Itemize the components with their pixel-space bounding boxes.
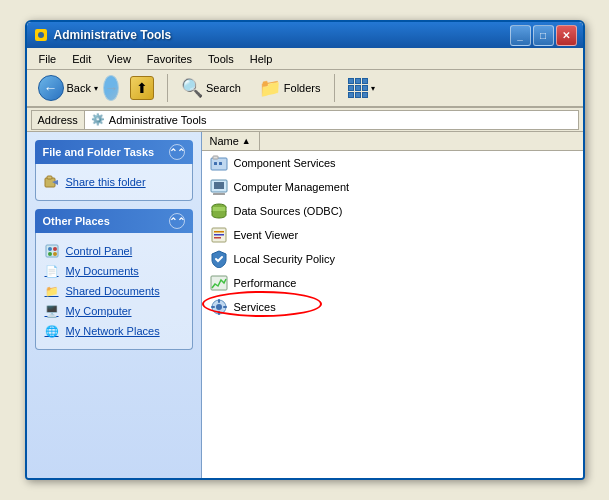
control-panel-link[interactable]: Control Panel <box>44 241 184 261</box>
local-security-icon <box>210 250 228 268</box>
file-folder-tasks-section: File and Folder Tasks ⌃⌃ Share this fold… <box>35 140 193 201</box>
file-item-data-sources[interactable]: Data Sources (ODBC) <box>202 199 583 223</box>
svg-rect-15 <box>214 182 224 189</box>
share-folder-link[interactable]: Share this folder <box>44 172 184 192</box>
svg-rect-19 <box>214 234 224 236</box>
computer-management-label: Computer Management <box>234 181 350 193</box>
search-label: Search <box>206 82 241 94</box>
file-folder-tasks-label: File and Folder Tasks <box>43 146 155 158</box>
file-item-services[interactable]: Services <box>202 295 583 319</box>
svg-rect-11 <box>214 162 217 165</box>
address-field[interactable]: ⚙️ Administrative Tools <box>84 110 579 130</box>
folders-button[interactable]: 📁 Folders <box>252 73 328 103</box>
control-panel-label: Control Panel <box>66 245 133 257</box>
control-panel-icon <box>44 243 60 259</box>
address-value: Administrative Tools <box>109 114 207 126</box>
menu-favorites[interactable]: Favorites <box>139 51 200 67</box>
views-button[interactable]: ▾ <box>341 74 382 102</box>
title-bar: Administrative Tools _ □ ✕ <box>27 22 583 48</box>
back-icon: ← <box>38 75 64 101</box>
services-icon <box>210 298 228 316</box>
folders-icon: 📁 <box>259 77 281 99</box>
file-item-local-security[interactable]: Local Security Policy <box>202 247 583 271</box>
event-viewer-icon <box>210 226 228 244</box>
svg-point-23 <box>216 304 222 310</box>
svg-rect-12 <box>219 162 222 165</box>
up-icon: ⬆ <box>130 76 154 100</box>
toolbar-separator-1 <box>167 74 168 102</box>
window-icon <box>33 27 49 43</box>
component-services-label: Component Services <box>234 157 336 169</box>
sort-asc-icon: ▲ <box>242 136 251 146</box>
address-bar: Address ⚙️ Administrative Tools <box>27 108 583 132</box>
data-sources-icon <box>210 202 228 220</box>
file-item-component-services[interactable]: Component Services <box>202 151 583 175</box>
forward-icon: → <box>103 75 119 101</box>
svg-rect-14 <box>213 193 225 195</box>
file-folder-tasks-body: Share this folder <box>35 164 193 201</box>
file-folder-tasks-header[interactable]: File and Folder Tasks ⌃⌃ <box>35 140 193 164</box>
svg-rect-25 <box>218 311 220 315</box>
svg-rect-20 <box>214 237 221 239</box>
menu-bar: File Edit View Favorites Tools Help <box>27 48 583 70</box>
back-label: Back <box>67 82 91 94</box>
menu-help[interactable]: Help <box>242 51 281 67</box>
component-services-icon <box>210 154 228 172</box>
other-places-label: Other Places <box>43 215 110 227</box>
event-viewer-label: Event Viewer <box>234 229 299 241</box>
svg-point-5 <box>48 247 52 251</box>
back-forward-group: ← Back ▾ → <box>31 70 119 106</box>
svg-point-7 <box>48 252 52 256</box>
forward-button[interactable]: → <box>105 74 119 102</box>
svg-rect-24 <box>218 299 220 303</box>
file-folder-tasks-collapse-icon[interactable]: ⌃⌃ <box>169 144 185 160</box>
shared-documents-label: Shared Documents <box>66 285 160 297</box>
views-icon <box>348 78 368 98</box>
svg-rect-26 <box>211 306 215 308</box>
svg-rect-3 <box>47 176 52 179</box>
right-panel: Name ▲ Component Services <box>202 132 583 478</box>
folders-label: Folders <box>284 82 321 94</box>
performance-label: Performance <box>234 277 297 289</box>
other-places-header[interactable]: Other Places ⌃⌃ <box>35 209 193 233</box>
svg-rect-27 <box>223 306 227 308</box>
shared-documents-link[interactable]: 📁 Shared Documents <box>44 281 184 301</box>
maximize-button[interactable]: □ <box>533 25 554 46</box>
address-label: Address <box>31 110 84 130</box>
svg-rect-10 <box>213 156 218 159</box>
menu-edit[interactable]: Edit <box>64 51 99 67</box>
other-places-body: Control Panel 📄 My Documents 📁 Shared Do… <box>35 233 193 350</box>
up-button[interactable]: ⬆ <box>123 72 161 104</box>
my-computer-icon: 🖥️ <box>44 303 60 319</box>
my-network-icon: 🌐 <box>44 323 60 339</box>
other-places-collapse-icon[interactable]: ⌃⌃ <box>169 213 185 229</box>
menu-view[interactable]: View <box>99 51 139 67</box>
share-folder-label: Share this folder <box>66 176 146 188</box>
back-button[interactable]: ← Back ▾ <box>31 70 105 106</box>
share-folder-icon <box>44 174 60 190</box>
computer-management-icon <box>210 178 228 196</box>
toolbar-separator-2 <box>334 74 335 102</box>
file-item-computer-management[interactable]: Computer Management <box>202 175 583 199</box>
svg-point-8 <box>53 252 57 256</box>
shared-documents-icon: 📁 <box>44 283 60 299</box>
file-item-performance[interactable]: Performance <box>202 271 583 295</box>
my-computer-link[interactable]: 🖥️ My Computer <box>44 301 184 321</box>
svg-rect-18 <box>214 231 224 233</box>
name-column-header[interactable]: Name ▲ <box>202 132 260 150</box>
close-button[interactable]: ✕ <box>556 25 577 46</box>
file-item-event-viewer[interactable]: Event Viewer <box>202 223 583 247</box>
minimize-button[interactable]: _ <box>510 25 531 46</box>
data-sources-label: Data Sources (ODBC) <box>234 205 343 217</box>
search-button[interactable]: 🔍 Search <box>174 73 248 103</box>
menu-tools[interactable]: Tools <box>200 51 242 67</box>
menu-file[interactable]: File <box>31 51 65 67</box>
window-title: Administrative Tools <box>54 28 510 42</box>
my-network-places-label: My Network Places <box>66 325 160 337</box>
my-network-places-link[interactable]: 🌐 My Network Places <box>44 321 184 341</box>
my-documents-link[interactable]: 📄 My Documents <box>44 261 184 281</box>
my-computer-label: My Computer <box>66 305 132 317</box>
back-dropdown-icon: ▾ <box>94 84 98 93</box>
title-bar-buttons: _ □ ✕ <box>510 25 577 46</box>
toolbar: ← Back ▾ → ⬆ 🔍 Search 📁 Folders <box>27 70 583 108</box>
